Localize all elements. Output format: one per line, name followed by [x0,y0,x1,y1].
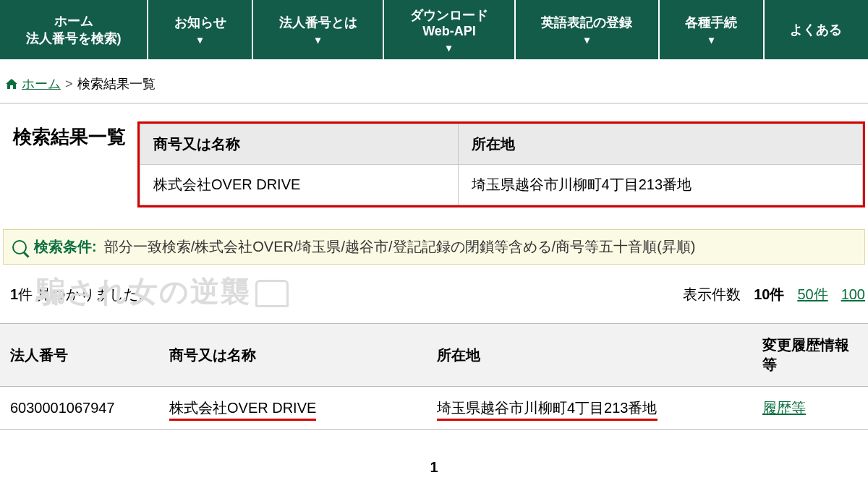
page-title: 検索結果一覧 [0,121,137,153]
criteria-header-address: 所在地 [458,124,862,165]
nav-english[interactable]: 英語表記の登録 ▾ [516,0,660,59]
criteria-value-address: 埼玉県越谷市川柳町4丁目213番地 [458,165,862,205]
nav-faq[interactable]: よくある [765,0,868,59]
col-number: 法人番号 [0,324,159,387]
cell-history: 履歴等 [752,387,868,430]
history-link[interactable]: 履歴等 [762,400,806,416]
perpage-label: 表示件数 [683,285,741,304]
nav-news[interactable]: お知らせ ▾ [148,0,253,59]
results-meta: 騙され女の逆襲 1件 見つかりました。 表示件数 10件 50件 100 [0,265,868,323]
nav-procedures[interactable]: 各種手続 ▾ [660,0,765,59]
perpage-100-link[interactable]: 100 [841,286,865,303]
chevron-down-icon: ▾ [709,34,714,46]
cell-number: 6030001067947 [0,387,159,430]
nav-about-number[interactable]: 法人番号とは ▾ [253,0,384,59]
perpage-current: 10件 [754,285,784,304]
col-name: 商号又は名称 [159,324,427,387]
home-icon [6,79,17,89]
chevron-down-icon: ▾ [446,42,451,53]
criteria-table: 商号又は名称 所在地 株式会社OVER DRIVE 埼玉県越谷市川柳町4丁目21… [140,124,863,205]
criteria-section: 検索結果一覧 商号又は名称 所在地 株式会社OVER DRIVE 埼玉県越谷市川… [0,103,868,207]
results-header-row: 法人番号 商号又は名称 所在地 変更履歴情報等 [0,324,868,387]
nav-download[interactable]: ダウンロード Web-API ▾ [384,0,515,59]
results-count: 1件 見つかりました。 [10,285,153,304]
search-icon [12,240,27,254]
breadcrumb-current: 検索結果一覧 [77,75,156,93]
cell-name: 株式会社OVER DRIVE [159,387,427,430]
cell-address: 埼玉県越谷市川柳町4丁目213番地 [427,387,752,430]
criteria-highlight-box: 商号又は名称 所在地 株式会社OVER DRIVE 埼玉県越谷市川柳町4丁目21… [137,121,865,207]
breadcrumb-separator: > [65,77,73,92]
condition-text: 部分一致検索/株式会社OVER/埼玉県/越谷市/登記記録の閉鎖等含める/商号等五… [104,237,696,257]
chevron-down-icon: ▾ [315,34,320,46]
chevron-down-icon: ▾ [584,34,590,46]
criteria-value-name: 株式会社OVER DRIVE [140,165,459,205]
table-row: 6030001067947 株式会社OVER DRIVE 埼玉県越谷市川柳町4丁… [0,387,868,430]
chevron-down-icon: ▾ [197,34,203,46]
condition-label: 検索条件: [34,237,97,257]
breadcrumb-home-link[interactable]: ホーム [22,75,61,93]
results-table: 法人番号 商号又は名称 所在地 変更履歴情報等 6030001067947 株式… [0,323,868,430]
pagination: 1 [0,430,868,488]
per-page-selector: 表示件数 10件 50件 100 [683,285,865,304]
criteria-header-name: 商号又は名称 [140,124,459,165]
col-history: 変更履歴情報等 [752,324,868,387]
breadcrumb: ホーム > 検索結果一覧 [0,62,868,103]
search-condition-bar: 検索条件: 部分一致検索/株式会社OVER/埼玉県/越谷市/登記記録の閉鎖等含め… [3,229,865,265]
top-nav: ホーム 法人番号を検索) お知らせ ▾ 法人番号とは ▾ ダウンロード Web-… [0,0,868,62]
col-address: 所在地 [427,324,752,387]
nav-home[interactable]: ホーム 法人番号を検索) [0,0,148,59]
page-current: 1 [430,459,438,475]
perpage-50-link[interactable]: 50件 [797,285,827,304]
